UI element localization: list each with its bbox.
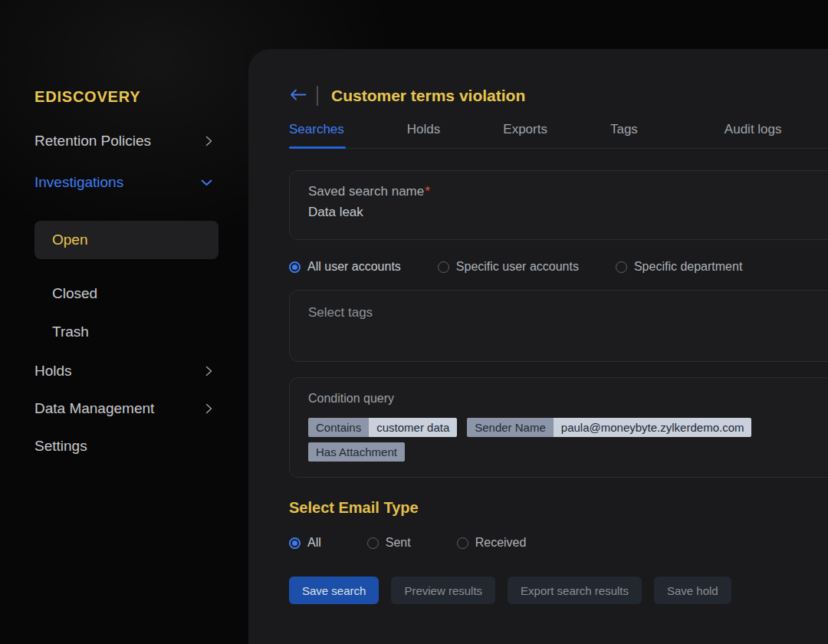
radio-label: Sent: [386, 536, 411, 550]
condition-chip-list: Contains customer data Sender Name paula…: [308, 418, 827, 462]
page-header: Customer terms violation: [289, 84, 828, 107]
sidebar-item-retention-policies[interactable]: Retention Policies: [34, 132, 219, 150]
radio-unselected-icon: [438, 261, 449, 273]
sidebar-item-label: Retention Policies: [34, 133, 151, 150]
radio-selected-icon: [289, 261, 301, 273]
email-type-heading: Select Email Type: [289, 499, 828, 518]
page-title: Customer terms violation: [331, 87, 525, 105]
email-type-radio-group: All Sent Received: [289, 534, 828, 552]
sidebar-item-label: Investigations: [34, 174, 123, 191]
radio-specific-department[interactable]: Specific department: [616, 260, 742, 274]
chevron-right-icon: [205, 136, 212, 146]
saved-search-name-field[interactable]: Saved search name* Data leak: [289, 170, 828, 240]
preview-results-button[interactable]: Preview results: [391, 577, 495, 604]
chevron-right-icon: [205, 366, 212, 376]
saved-search-name-label: Saved search name*: [308, 184, 827, 199]
sidebar-item-label: Closed: [52, 285, 97, 301]
required-asterisk: *: [425, 184, 430, 199]
tab-exports[interactable]: Exports: [503, 121, 547, 148]
sidebar-item-holds[interactable]: Holds: [34, 362, 219, 380]
radio-specific-user-accounts[interactable]: Specific user accounts: [438, 260, 579, 274]
tab-holds[interactable]: Holds: [407, 121, 440, 148]
chip-operator: Sender Name: [467, 418, 554, 437]
action-button-row: Save search Preview results Export searc…: [289, 577, 828, 604]
radio-email-sent[interactable]: Sent: [367, 536, 411, 550]
condition-chip[interactable]: Sender Name paula@moneybyte.zylkerdemo.c…: [467, 418, 751, 437]
radio-all-user-accounts[interactable]: All user accounts: [289, 260, 401, 274]
account-scope-radio-group: All user accounts Specific user accounts…: [289, 258, 828, 276]
back-arrow-icon: [289, 88, 307, 104]
sidebar-item-label: Open: [52, 232, 87, 248]
condition-chip[interactable]: Has Attachment: [308, 442, 405, 462]
chip-value: paula@moneybyte.zylkerdemo.com: [554, 418, 752, 437]
radio-label: Specific user accounts: [456, 260, 579, 274]
save-hold-button[interactable]: Save hold: [654, 577, 731, 604]
condition-chip[interactable]: Contains customer data: [308, 418, 457, 437]
radio-label: Specific department: [634, 260, 742, 274]
chip-operator: Contains: [308, 418, 369, 437]
saved-search-name-value: Data leak: [308, 205, 827, 220]
radio-label: All user accounts: [307, 260, 401, 274]
chevron-right-icon: [205, 403, 212, 414]
sidebar-item-label: Data Management: [34, 400, 154, 417]
condition-query-label: Condition query: [308, 392, 827, 406]
sidebar: EDISCOVERY Retention Policies Investigat…: [0, 0, 248, 644]
back-button[interactable]: [289, 88, 307, 104]
tags-placeholder: Select tags: [308, 305, 827, 320]
tab-audit-logs[interactable]: Audit logs: [724, 121, 782, 148]
radio-selected-icon: [289, 537, 301, 549]
radio-email-all[interactable]: All: [289, 536, 321, 550]
tab-bar: Searches Holds Exports Tags Audit logs: [289, 121, 828, 149]
radio-unselected-icon: [616, 261, 627, 273]
radio-unselected-icon: [457, 537, 468, 549]
main-panel: Customer terms violation Searches Holds …: [248, 49, 828, 644]
export-search-results-button[interactable]: Export search results: [508, 577, 642, 604]
sidebar-item-data-management[interactable]: Data Management: [34, 399, 219, 418]
tab-searches[interactable]: Searches: [289, 121, 344, 148]
sidebar-item-label: Settings: [34, 438, 87, 454]
radio-email-received[interactable]: Received: [457, 536, 527, 550]
sidebar-item-label: Holds: [34, 363, 72, 380]
tags-select[interactable]: Select tags: [289, 290, 828, 362]
sidebar-item-settings[interactable]: Settings: [34, 438, 219, 456]
radio-label: Received: [475, 536, 527, 550]
condition-query-card: Condition query Contains customer data S…: [289, 377, 828, 478]
chip-value: customer data: [369, 418, 457, 437]
radio-unselected-icon: [367, 537, 379, 549]
chevron-down-icon: [201, 179, 212, 186]
radio-label: All: [307, 536, 321, 550]
sidebar-item-trash[interactable]: Trash: [34, 324, 248, 342]
tab-tags[interactable]: Tags: [610, 121, 638, 148]
sidebar-item-closed[interactable]: Closed: [34, 285, 248, 304]
sidebar-item-label: Trash: [52, 324, 89, 340]
chip-operator: Has Attachment: [308, 442, 405, 462]
save-search-button[interactable]: Save search: [289, 577, 379, 604]
sidebar-item-investigations[interactable]: Investigations: [34, 173, 219, 192]
app-title: EDISCOVERY: [34, 88, 248, 107]
header-divider: [317, 86, 318, 106]
sidebar-item-open[interactable]: Open: [34, 221, 219, 259]
